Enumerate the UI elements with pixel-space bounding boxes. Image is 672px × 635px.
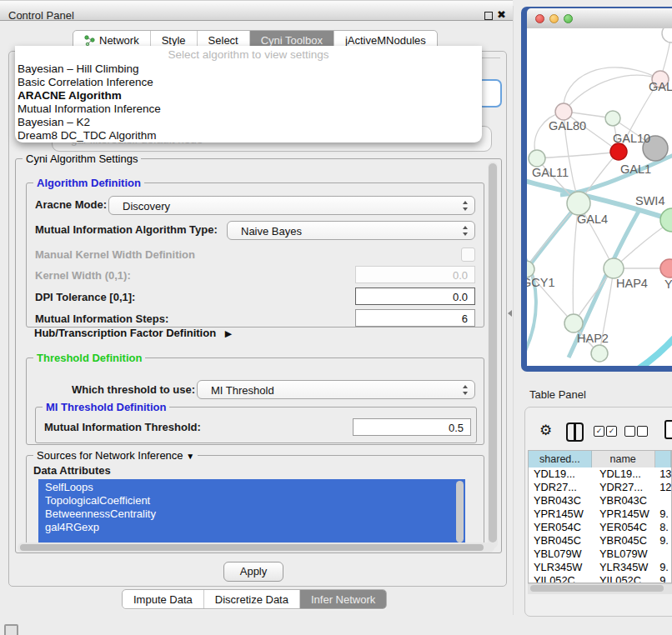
tab-impute-data[interactable]: Impute Data [123,590,203,608]
column-header-name[interactable]: name [592,451,655,468]
cell[interactable]: YLR345W [529,561,593,574]
table-row[interactable]: YDR27...YDR27...12 [529,481,671,494]
manual-kernel-label: Manual Kernel Width Definition [35,248,195,261]
tab-discretize-data[interactable]: Discretize Data [203,590,299,608]
table-row[interactable]: YBR043CYBR043C [529,494,671,508]
tab-infer-network-label: Infer Network [311,593,375,606]
mi-steps-field[interactable]: 6 [355,309,475,327]
settings-hscroll-thumb[interactable] [20,544,484,551]
cell[interactable]: YBR045C [529,534,593,548]
node-gal4[interactable] [567,192,590,215]
gear-icon[interactable]: ⚙ [539,422,552,439]
cell[interactable]: YDR27... [529,481,593,494]
column-header-shared-name[interactable]: shared... [529,451,592,468]
unchecked-checkbox-icon[interactable] [637,426,648,437]
attribute-item[interactable]: SelfLoops [45,481,465,494]
collapse-arrow-down-icon[interactable]: ▼ [186,452,194,461]
columns-icon[interactable] [566,422,584,442]
dropdown-item-aracne[interactable]: ARACNE Algorithm [15,89,482,102]
cell[interactable] [657,548,671,561]
node-gal11[interactable] [529,150,545,167]
apply-button[interactable]: Apply [223,562,283,582]
document-icon[interactable] [664,420,672,439]
splitter-arrow-icon[interactable] [508,310,512,317]
table-row[interactable]: YLR345WYLR345W9. [529,561,671,574]
table-row[interactable]: YPR145WYPR145W9. [529,508,671,521]
node-hap2[interactable] [564,314,583,332]
cell[interactable]: YPR145W [593,508,657,521]
cell[interactable]: YBL079W [593,548,657,561]
tab-infer-network[interactable]: Infer Network [299,590,386,608]
checked-checkbox-icon[interactable]: ✓ [594,426,604,437]
cell[interactable]: 9. [657,561,671,574]
cell[interactable] [657,494,671,508]
node-hap4[interactable] [604,258,624,278]
node[interactable] [591,345,608,362]
cell[interactable]: YIL052C [593,574,657,583]
stepper-arrows-icon [462,201,469,211]
cell[interactable]: 9. [657,508,671,521]
tab-cyni-toolbox-label: Cyni Toolbox [261,34,323,47]
mi-threshold-field[interactable]: 0.5 [353,418,471,436]
which-threshold-combo[interactable]: MI Threshold [197,380,475,399]
zoom-traffic-light[interactable] [564,14,573,23]
table-row[interactable]: YIL052CYIL052C9 [529,574,671,583]
aracne-mode-combo[interactable]: Discovery [108,196,475,215]
which-threshold-value: MI Threshold [211,384,274,397]
attribute-item[interactable]: TopologicalCoefficient [45,494,465,508]
settings-scrollbar-thumb[interactable] [489,163,497,542]
cell[interactable]: YDL19... [529,468,593,481]
minimized-panel-icon[interactable] [4,624,18,635]
minimize-traffic-light[interactable] [549,14,559,23]
close-icon[interactable]: ✖ [497,8,506,21]
cell[interactable]: YLR345W [593,561,657,574]
checked-checkbox-icon[interactable]: ✓ [606,426,617,437]
cell[interactable]: 9. [657,534,671,548]
attribute-item[interactable]: BetweennessCentrality [45,508,465,521]
which-threshold-label: Which threshold to use: [72,383,195,396]
data-attributes-list[interactable]: SelfLoops TopologicalCoefficient Between… [38,479,465,546]
cell[interactable]: 9 [657,574,671,583]
cell[interactable]: YDR27... [593,481,657,494]
cell[interactable]: YBR045C [593,534,657,548]
float-panel-icon[interactable] [484,12,493,20]
attributes-scrollbar-thumb[interactable] [456,481,464,542]
dropdown-item[interactable]: Mutual Information Inference [15,102,482,116]
node-y-partial[interactable] [660,259,672,278]
cell[interactable]: YBR043C [529,494,593,508]
cell[interactable]: YDL19... [593,468,657,481]
dpi-tolerance-field[interactable]: 0.0 [355,288,475,305]
node-gal1[interactable] [610,143,627,160]
cell[interactable]: YER054C [593,521,657,534]
node-gal80[interactable] [555,103,572,120]
dropdown-item[interactable]: Bayesian – Hill Climbing [15,62,482,76]
hub-expander[interactable]: Hub/Transcription Factor Definition ▶ [34,327,232,339]
mi-type-combo[interactable]: Naive Bayes [227,221,475,240]
cell[interactable]: YBL079W [529,548,593,561]
cell[interactable]: YER054C [529,521,593,534]
table-row[interactable]: YDL19...YDL19...13 [529,468,671,481]
table-row[interactable]: YBL079WYBL079W [529,548,671,561]
network-window[interactable]: GAL80 GAL10 GAL1 GAL11 SWI4 GAL4 GCY1 HA… [521,7,672,372]
cell[interactable]: YIL052C [529,574,593,583]
node[interactable] [605,111,620,126]
tab-jactivemnodules-label: jActiveMNodules [345,34,426,47]
table-hscroll-thumb[interactable] [530,585,664,592]
node[interactable] [662,28,672,42]
cell[interactable]: 12 [657,481,671,494]
dropdown-item[interactable]: Basic Correlation Inference [15,76,482,89]
cell[interactable]: 8. [657,521,671,534]
network-window-titlebar[interactable] [527,8,672,29]
table-row[interactable]: YBR045CYBR045C9. [529,534,671,548]
cell[interactable]: YPR145W [529,508,593,521]
unchecked-checkbox-icon[interactable] [624,426,635,437]
dropdown-item[interactable]: Dream8 DC_TDC Algorithm [15,129,482,142]
cell[interactable]: YBR043C [593,494,657,508]
close-traffic-light[interactable] [535,14,544,23]
dropdown-item[interactable]: Bayesian – K2 [15,116,482,129]
attribute-item[interactable]: gal4RGexp [45,521,465,534]
table-row[interactable]: YER054CYER054C8. [529,521,671,534]
cell[interactable]: 13 [657,468,671,481]
network-canvas[interactable]: GAL80 GAL10 GAL1 GAL11 SWI4 GAL4 GCY1 HA… [527,28,672,366]
column-header-partial[interactable] [655,451,671,468]
